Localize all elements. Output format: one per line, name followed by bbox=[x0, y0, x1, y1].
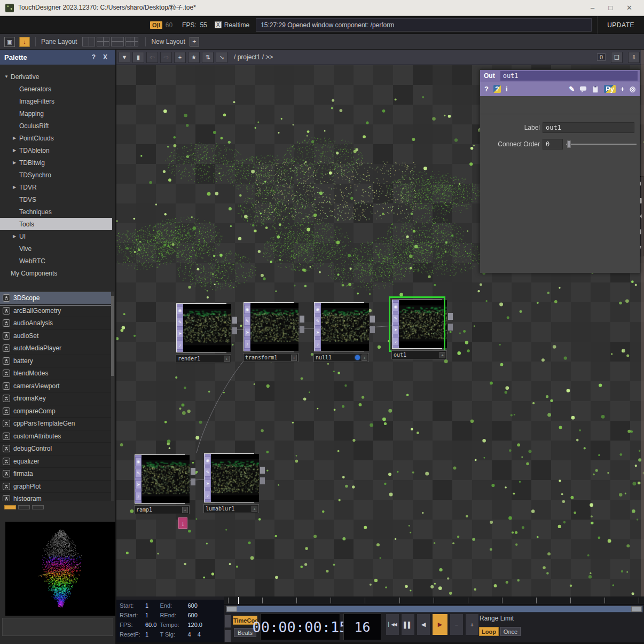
maximize-button[interactable]: □ bbox=[608, 4, 612, 12]
palette-tree-item[interactable]: Tools bbox=[0, 218, 112, 230]
lock-flag-icon[interactable]: ♪ bbox=[244, 340, 250, 349]
output-connector[interactable] bbox=[448, 324, 453, 331]
field-value[interactable]: 600 bbox=[187, 612, 197, 620]
viewer-flag-icon[interactable]: ◉ bbox=[205, 456, 211, 465]
clipboard-icon[interactable] bbox=[592, 85, 599, 93]
node-menu-button[interactable]: + bbox=[182, 507, 188, 513]
param-label[interactable]: Connect Order bbox=[480, 140, 543, 148]
palette-component-item[interactable]: cameraViewport bbox=[0, 380, 111, 393]
comment-bubble-icon[interactable] bbox=[579, 85, 587, 93]
palette-component-item[interactable]: graphPlot bbox=[0, 481, 111, 493]
display-flag-icon[interactable] bbox=[355, 355, 360, 360]
palette-tree-item[interactable]: WebRTC bbox=[0, 255, 112, 267]
add-parameter-icon[interactable]: + bbox=[621, 85, 625, 93]
tree-expand-icon[interactable]: ▶ bbox=[13, 234, 19, 239]
tree-expand-icon[interactable]: ▶ bbox=[13, 136, 19, 140]
pause-button[interactable]: ▌▌ bbox=[401, 614, 415, 635]
tree-expand-icon[interactable]: ▶ bbox=[13, 160, 19, 165]
output-connector[interactable] bbox=[300, 326, 304, 333]
timeline-range-bar[interactable] bbox=[226, 606, 643, 612]
window-icon[interactable]: ❑ bbox=[611, 52, 623, 63]
node-menu-button[interactable]: + bbox=[439, 352, 445, 358]
favorite-icon[interactable]: ★ bbox=[188, 52, 200, 63]
palette-tree-item[interactable]: ▶ TDVR bbox=[0, 181, 112, 193]
field-value[interactable]: 60.0 bbox=[145, 622, 156, 630]
update-button[interactable]: UPDATE bbox=[597, 16, 644, 34]
loop-button[interactable]: Loop bbox=[479, 627, 499, 636]
param-label[interactable]: Label bbox=[480, 124, 543, 131]
palette-tree-item[interactable]: OculusRift bbox=[0, 120, 112, 132]
palette-tree-item[interactable]: Generators bbox=[0, 83, 112, 95]
palette-component-item[interactable]: compareComp bbox=[0, 405, 111, 418]
oi-toggle[interactable]: O|I bbox=[150, 21, 162, 29]
palette-component-item[interactable]: equalizer bbox=[0, 455, 111, 468]
output-connector[interactable] bbox=[232, 317, 237, 324]
operator-node[interactable]: ◉ ✎ ➤ ♪ render1 + bbox=[176, 303, 226, 352]
palette-component-item[interactable]: firmata bbox=[0, 468, 111, 481]
output-connector[interactable] bbox=[370, 316, 375, 323]
lock-flag-icon[interactable]: ♪ bbox=[205, 491, 211, 500]
palette-component-item[interactable]: battery bbox=[0, 355, 111, 368]
palette-help-button[interactable]: ? bbox=[88, 53, 99, 61]
palette-tree-item[interactable]: ▼ Derivative bbox=[0, 70, 112, 83]
step-back-button[interactable]: − bbox=[450, 614, 464, 635]
palette-component-item[interactable]: 3DScope bbox=[0, 292, 111, 305]
tree-expand-icon[interactable]: ▶ bbox=[13, 185, 19, 190]
python-help-icon[interactable]: ? bbox=[493, 85, 501, 93]
output-connector[interactable] bbox=[191, 478, 195, 485]
bypass-flag-icon[interactable]: ➤ bbox=[205, 479, 211, 488]
minimize-button[interactable]: – bbox=[591, 4, 594, 12]
add-layout-button[interactable]: + bbox=[190, 37, 199, 46]
drop-icon[interactable]: ⇩ bbox=[628, 52, 640, 63]
palette-component-item[interactable]: audioSet bbox=[0, 330, 111, 343]
palette-tab[interactable] bbox=[4, 505, 16, 509]
palette-component-item[interactable]: customAttributes bbox=[0, 430, 111, 443]
swap-icon[interactable]: ⇅ bbox=[202, 52, 214, 63]
bypass-flag-icon[interactable]: ➤ bbox=[392, 325, 399, 334]
operator-node[interactable]: ◉ ✎ ➤ ♪ lumablur1 + bbox=[204, 453, 254, 502]
palette-tree-item[interactable]: TDSynchro bbox=[0, 169, 112, 181]
palette-tree-item[interactable]: ▶ PointClouds bbox=[0, 132, 112, 144]
palette-tree-item[interactable]: ▶ TDAbleton bbox=[0, 144, 112, 156]
palette-tree-item[interactable]: Vive bbox=[0, 242, 112, 255]
add-icon[interactable]: + bbox=[174, 52, 186, 63]
target-icon[interactable]: ◎ bbox=[630, 85, 635, 93]
palette-component-item[interactable]: audioAnalysis bbox=[0, 317, 111, 330]
step-forward-button[interactable]: + bbox=[465, 614, 479, 635]
field-value[interactable]: 1 bbox=[145, 602, 148, 610]
info-icon[interactable]: i bbox=[506, 85, 508, 93]
layout-preset-button[interactable] bbox=[111, 37, 124, 46]
output-connector[interactable] bbox=[260, 477, 265, 484]
layout-preset-button[interactable] bbox=[82, 37, 95, 46]
output-connector[interactable] bbox=[232, 327, 237, 334]
network-dropdown-icon[interactable]: ▼ bbox=[119, 52, 130, 63]
range-handle-right[interactable] bbox=[631, 606, 642, 612]
back-icon[interactable]: ⇦ bbox=[146, 52, 158, 63]
operator-node[interactable]: ◉ ✎ ➤ ♪ transform1 + bbox=[244, 302, 294, 351]
palette-tree-item[interactable]: Techniques bbox=[0, 206, 112, 218]
palette-tree-item[interactable]: ▶ TDBitwig bbox=[0, 156, 112, 169]
node-menu-button[interactable]: + bbox=[252, 506, 257, 512]
bypass-flag-icon[interactable]: ➤ bbox=[244, 328, 250, 337]
node-menu-button[interactable]: + bbox=[291, 355, 297, 361]
playhead[interactable] bbox=[238, 597, 239, 604]
lock-flag-icon[interactable]: ♪ bbox=[135, 492, 142, 501]
operator-node[interactable]: ◉ ✎ ➤ ♪ ramp1 + bbox=[135, 454, 185, 504]
close-button[interactable]: ✕ bbox=[626, 4, 632, 12]
slider-handle[interactable] bbox=[567, 140, 571, 148]
output-connector[interactable] bbox=[370, 326, 375, 333]
play-button[interactable]: ▶ bbox=[432, 614, 448, 635]
range-handle-left[interactable] bbox=[226, 606, 237, 612]
operator-node[interactable]: ◉ ✎ ➤ ♪ null1 + bbox=[314, 302, 364, 351]
layout-preset-button[interactable] bbox=[97, 37, 109, 46]
lock-flag-icon[interactable]: ♪ bbox=[177, 341, 183, 350]
connect-order-field[interactable]: 0 bbox=[543, 139, 563, 150]
operator-name-field[interactable]: out1 bbox=[500, 71, 638, 81]
palette-scrollbar[interactable] bbox=[111, 292, 114, 501]
palette-component-item[interactable]: blendModes bbox=[0, 367, 111, 380]
docked-arrow-icon[interactable]: ↓ bbox=[178, 517, 187, 529]
operator-node[interactable]: ◉ ✎ ➤ ♪ out1 + bbox=[392, 300, 442, 349]
palette-tree-item[interactable]: TDVS bbox=[0, 193, 112, 206]
tree-expand-icon[interactable]: ▼ bbox=[4, 74, 11, 79]
timeline-ruler[interactable] bbox=[224, 596, 644, 604]
